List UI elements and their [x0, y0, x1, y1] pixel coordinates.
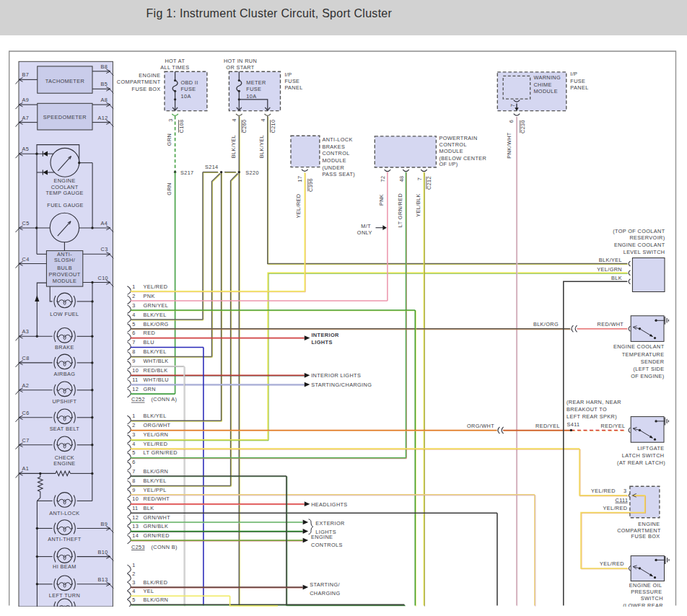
svg-text:OR START: OR START — [226, 64, 254, 71]
svg-text:OF I/P): OF I/P) — [439, 161, 458, 167]
svg-text:POWERTRAIN: POWERTRAIN — [439, 135, 478, 141]
svg-text:A12: A12 — [98, 115, 108, 121]
svg-text:BLK/YEL: BLK/YEL — [258, 135, 265, 158]
svg-text:RED/WHT: RED/WHT — [598, 321, 624, 327]
svg-text:ORG/WHT: ORG/WHT — [467, 423, 494, 429]
svg-text:BLK/GRN: BLK/GRN — [144, 468, 169, 475]
svg-text:YEL/RED: YEL/RED — [144, 441, 168, 447]
svg-text:S411: S411 — [567, 421, 580, 428]
svg-text:SPEEDOMETER: SPEEDOMETER — [43, 114, 87, 120]
svg-text:MODULE: MODULE — [439, 148, 464, 154]
svg-text:S217: S217 — [180, 170, 194, 176]
svg-text:LEFT REAR SPKR): LEFT REAR SPKR) — [566, 413, 617, 420]
svg-text:BLK/YEL: BLK/YEL — [230, 135, 237, 158]
svg-text:2: 2 — [132, 293, 135, 299]
svg-text:LT GRN/RED: LT GRN/RED — [144, 449, 178, 456]
svg-text:C252: C252 — [131, 396, 145, 402]
svg-text:PANEL: PANEL — [284, 84, 302, 91]
svg-text:ENGINE OIL: ENGINE OIL — [629, 582, 662, 589]
svg-text:PNK/WHT: PNK/WHT — [506, 132, 512, 158]
svg-text:CHIME: CHIME — [533, 82, 551, 88]
svg-text:RED: RED — [144, 330, 156, 336]
svg-text:5: 5 — [132, 449, 135, 456]
svg-text:YEL: YEL — [144, 588, 154, 594]
svg-text:LIGHTS: LIGHTS — [311, 339, 332, 346]
svg-text:HI BEAM: HI BEAM — [53, 563, 76, 570]
svg-text:17: 17 — [297, 176, 303, 182]
svg-text:6: 6 — [132, 330, 135, 336]
svg-text:(UNDER: (UNDER — [322, 164, 344, 171]
svg-text:SWITCH: SWITCH — [641, 595, 663, 602]
svg-text:BLK/YEL: BLK/YEL — [599, 257, 622, 263]
svg-text:11: 11 — [132, 505, 138, 511]
svg-text:MODULE: MODULE — [533, 88, 558, 94]
svg-text:CONTROL: CONTROL — [322, 150, 349, 157]
svg-text:GRN/YEL: GRN/YEL — [144, 302, 169, 309]
svg-text:UPSHIFT: UPSHIFT — [52, 398, 76, 405]
svg-text:BLK: BLK — [611, 275, 622, 281]
svg-text:4: 4 — [132, 312, 135, 318]
svg-text:WHT/BLU: WHT/BLU — [144, 377, 170, 383]
svg-text:AIRBAG: AIRBAG — [53, 371, 75, 377]
svg-text:C5: C5 — [22, 220, 30, 226]
svg-text:HOT AT: HOT AT — [165, 58, 185, 64]
svg-text:S214: S214 — [205, 164, 219, 170]
svg-text:(TOP OF COOLANT: (TOP OF COOLANT — [613, 228, 665, 234]
svg-text:YEL/RED: YEL/RED — [603, 505, 628, 511]
svg-text:10A: 10A — [246, 93, 256, 100]
svg-text:LEFT TURN: LEFT TURN — [49, 592, 80, 599]
svg-text:BLK: BLK — [144, 505, 154, 511]
svg-text:BLK/GRN: BLK/GRN — [144, 597, 169, 603]
svg-text:12: 12 — [132, 386, 139, 392]
svg-text:YEL/RED: YEL/RED — [144, 283, 168, 290]
svg-text:PRESSURE: PRESSURE — [631, 589, 662, 595]
svg-text:BRAKE: BRAKE — [55, 344, 74, 351]
svg-text:C8: C8 — [22, 355, 30, 361]
svg-text:ENGINE: ENGINE — [53, 460, 75, 467]
svg-text:PANEL: PANEL — [570, 84, 588, 91]
svg-text:MODULE: MODULE — [322, 157, 346, 164]
svg-text:7: 7 — [132, 468, 135, 475]
svg-text:PROVEOUT: PROVEOUT — [49, 271, 81, 278]
svg-text:RED/BLK: RED/BLK — [144, 367, 168, 374]
svg-text:(REAR HARN, NEAR: (REAR HARN, NEAR — [566, 399, 621, 405]
svg-text:B5: B5 — [101, 81, 108, 87]
svg-text:CONTROL: CONTROL — [439, 141, 467, 148]
svg-text:B13: B13 — [98, 576, 108, 583]
svg-text:OBD II: OBD II — [181, 79, 198, 86]
svg-text:HOT IN RUN: HOT IN RUN — [224, 58, 257, 64]
svg-text:HEADLIGHTS: HEADLIGHTS — [311, 501, 347, 508]
svg-text:STARTING/CHARGING: STARTING/CHARGING — [311, 382, 372, 388]
svg-text:C396: C396 — [307, 178, 314, 192]
svg-text:INTERIOR LIGHTS: INTERIOR LIGHTS — [311, 372, 361, 379]
svg-text:4: 4 — [231, 118, 237, 121]
svg-text:LOW FUEL: LOW FUEL — [50, 311, 79, 317]
svg-text:13: 13 — [132, 523, 139, 529]
svg-text:C111: C111 — [616, 497, 629, 503]
svg-text:LATCH SWITCH: LATCH SWITCH — [622, 452, 665, 459]
svg-text:SLOSH/: SLOSH/ — [54, 257, 76, 263]
svg-text:PNK: PNK — [378, 194, 385, 206]
svg-text:1: 1 — [132, 413, 135, 419]
svg-text:7: 7 — [509, 104, 516, 107]
svg-text:14: 14 — [132, 532, 139, 539]
svg-text:4: 4 — [132, 588, 135, 594]
svg-text:MODULE: MODULE — [53, 278, 77, 284]
svg-text:I/P: I/P — [570, 71, 577, 77]
svg-text:B7: B7 — [22, 71, 30, 78]
svg-text:BULB: BULB — [57, 265, 72, 271]
svg-text:ANTI-LOCK: ANTI-LOCK — [49, 510, 79, 516]
svg-text:ENGINE: ENGINE — [638, 521, 660, 527]
svg-text:9: 9 — [132, 487, 135, 493]
svg-text:1: 1 — [132, 562, 135, 568]
svg-text:C3: C3 — [101, 246, 108, 252]
svg-text:YEL/RED: YEL/RED — [600, 560, 624, 567]
svg-text:WARNING: WARNING — [533, 74, 561, 81]
svg-text:ENGINE COOLANT: ENGINE COOLANT — [614, 242, 665, 248]
svg-text:3: 3 — [167, 118, 174, 121]
svg-text:3: 3 — [132, 579, 135, 586]
svg-text:I/P: I/P — [284, 71, 292, 78]
svg-text:RED/YEL: RED/YEL — [535, 423, 560, 429]
svg-text:C260: C260 — [241, 120, 248, 133]
svg-text:BREAKOUT TO: BREAKOUT TO — [566, 406, 607, 413]
